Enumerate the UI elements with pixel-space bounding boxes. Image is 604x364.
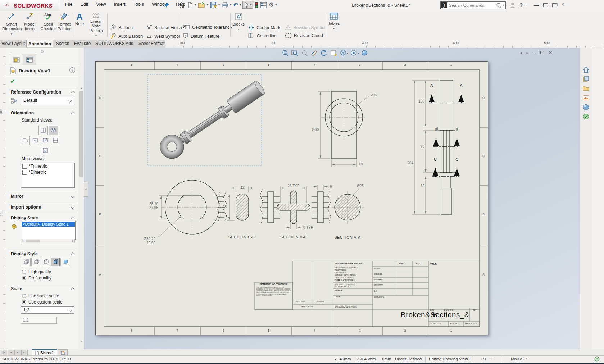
dim-100[interactable]: 100 <box>416 99 424 103</box>
tables-button[interactable]: Tables ▾ <box>327 12 341 31</box>
sheet-nav-prev-icon[interactable]: ◂ <box>8 350 14 355</box>
restore-button[interactable] <box>543 3 548 7</box>
dim-25[interactable]: 25 <box>218 205 227 209</box>
dim-90[interactable]: 90 <box>417 145 424 149</box>
dim-6typ[interactable]: 6 TYP <box>303 226 313 229</box>
search-dropdown[interactable]: ▾ <box>503 4 504 7</box>
center-mark-button[interactable]: Center Mark <box>248 24 280 31</box>
ref-config-collapse-icon[interactable] <box>71 91 74 95</box>
smart-dimension-dropdown[interactable]: ▾ <box>11 32 12 36</box>
view-button-left[interactable]: A <box>31 136 40 145</box>
revision-cloud-button[interactable]: Revision Cloud <box>285 33 323 38</box>
section-cc-label[interactable]: SECTION C-C <box>224 235 260 239</box>
print-dropdown[interactable]: ▾ <box>230 3 231 6</box>
model-items-button[interactable]: Model Items <box>22 12 38 31</box>
dim-62[interactable]: 62 <box>417 184 424 188</box>
help-dropdown[interactable]: ▾ <box>525 4 527 7</box>
file-explorer-icon[interactable] <box>582 85 590 92</box>
status-scale[interactable]: 1:1 <box>481 357 486 361</box>
tab-annotation[interactable]: Annotation <box>26 40 53 47</box>
appearances-icon[interactable] <box>582 104 590 111</box>
style-shaded-button[interactable] <box>60 258 69 266</box>
view-button-top[interactable] <box>21 136 30 145</box>
view-button-right[interactable]: A <box>41 136 50 145</box>
dim-3020-2990[interactable]: Ø30.20 29.90 <box>136 237 155 245</box>
display-state-header[interactable]: Display State <box>11 215 38 220</box>
panel-tab-configurations[interactable] <box>23 54 36 65</box>
graphics-area[interactable]: ▾ ▾ ◂ ▸ – ✕ <box>84 48 592 350</box>
spell-checker-button[interactable]: Abc Spell Checker <box>40 12 56 31</box>
high-quality-radio[interactable] <box>22 270 26 274</box>
undo-dropdown[interactable]: ▾ <box>240 3 241 6</box>
add-sheet-tab[interactable] <box>58 349 68 356</box>
tab-sheet-format[interactable]: Sheet Format <box>137 40 166 47</box>
weld-symbol-button[interactable]: Weld Symbol <box>146 33 180 39</box>
pan-sheet-icon[interactable] <box>331 50 337 56</box>
style-shaded-edges-button[interactable] <box>51 258 60 266</box>
close-button[interactable]: × <box>561 1 564 8</box>
hscroll-right-arrow[interactable]: ▸ <box>72 239 74 242</box>
view-palette-icon[interactable] <box>582 94 590 101</box>
panel-drag-handle[interactable] <box>41 50 44 53</box>
view-button-auxiliary[interactable]: A <box>41 146 50 155</box>
draft-quality-radio[interactable] <box>22 276 26 280</box>
mirror-header[interactable]: Mirror <box>11 194 23 199</box>
custom-scale-input[interactable] <box>21 317 57 324</box>
float-window-button[interactable] <box>552 3 557 7</box>
dim-26typ[interactable]: 26 TYP <box>284 184 303 188</box>
zoom-area-icon[interactable] <box>292 50 298 56</box>
mirror-expand-icon[interactable] <box>71 194 74 198</box>
display-settings-icon[interactable] <box>351 50 356 55</box>
sheet-nav-last-icon[interactable]: ▸| <box>21 350 28 355</box>
dim-18[interactable]: 18 <box>359 162 363 166</box>
dim-dia60[interactable]: Ø60 <box>303 128 319 132</box>
style-hidden-removed-button[interactable] <box>41 258 50 266</box>
select-tool-dropdown[interactable]: ▾ <box>250 3 251 6</box>
note-button[interactable]: A Note <box>74 12 85 26</box>
status-units[interactable]: MMGS <box>511 357 524 361</box>
menu-view[interactable]: View <box>93 0 109 8</box>
view-button-front-split[interactable] <box>38 126 48 135</box>
zoom-selection-icon[interactable] <box>302 50 307 56</box>
custom-properties-icon[interactable] <box>582 113 590 120</box>
import-options-expand-icon[interactable] <box>71 205 74 209</box>
scale-header[interactable]: Scale <box>11 286 22 291</box>
panel-scroll-thumb[interactable] <box>79 91 83 177</box>
auto-balloon-button[interactable]: Auto Balloon <box>110 33 143 39</box>
home-icon[interactable] <box>178 1 185 9</box>
view-button-isometric[interactable] <box>49 126 58 135</box>
panel-scroll-down-arrow[interactable]: ▼ <box>80 340 82 342</box>
undo-icon[interactable]: ↶ <box>233 2 238 8</box>
dim-dia25[interactable]: Ø25 <box>357 184 364 188</box>
draft-quality-label[interactable]: Draft quality <box>28 276 51 281</box>
select-tool-button[interactable]: ▾ <box>242 1 253 9</box>
geometric-tolerance-button[interactable]: 0.1 Geometric Tolerance <box>183 24 232 30</box>
panel-scroll-up-arrow[interactable]: ▲ <box>80 87 82 89</box>
ref-config-dropdown[interactable]: Default <box>21 97 74 104</box>
user-account-icon[interactable] <box>509 2 516 9</box>
status-units-dropdown[interactable]: ▴ <box>526 357 527 360</box>
dimetric-checkbox[interactable] <box>22 170 27 175</box>
display-settings-dropdown[interactable]: ▾ <box>358 52 359 55</box>
new-document-icon[interactable] <box>187 1 193 9</box>
display-style-collapse-icon[interactable] <box>71 252 74 256</box>
settings-gear-icon[interactable]: ⚙ <box>268 2 274 8</box>
rebuild-icon[interactable] <box>254 1 259 9</box>
options-list-icon[interactable] <box>260 2 267 8</box>
prev-window-icon[interactable]: ◂ <box>520 50 522 55</box>
view-settings-sphere-icon[interactable] <box>362 50 367 55</box>
scale-dropdown[interactable]: 1:2 <box>21 306 74 314</box>
display-state-hscrollbar[interactable]: ◂ ▸ <box>21 239 75 243</box>
use-custom-scale-radio[interactable] <box>22 300 26 304</box>
import-options-header[interactable]: Import options <box>11 205 41 210</box>
trimetric-checkbox[interactable] <box>22 164 27 169</box>
open-dropdown[interactable]: ▾ <box>207 3 208 6</box>
save-icon[interactable] <box>210 1 217 9</box>
more-views-listbox[interactable]: *Trimetric *Dimetric <box>21 163 75 188</box>
status-scale-dropdown[interactable]: ▴ <box>491 357 493 360</box>
use-sheet-scale-radio[interactable] <box>22 294 26 298</box>
doc-close-icon[interactable]: ✕ <box>549 50 553 55</box>
section-bb-label[interactable]: SECTION B-B <box>276 235 312 239</box>
surface-finish-button[interactable]: Surface Finish <box>146 24 182 31</box>
menu-insert[interactable]: Insert <box>111 0 128 8</box>
